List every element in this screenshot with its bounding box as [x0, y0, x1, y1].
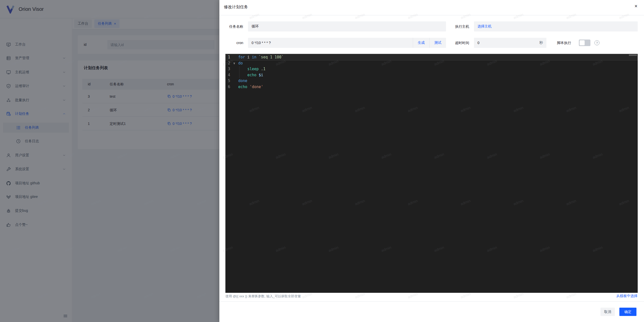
- line-number: 4: [225, 72, 230, 78]
- choose-template-link[interactable]: 从模板中选择: [616, 294, 637, 298]
- line-number: 3: [225, 66, 230, 72]
- modal-header-divider: [219, 15, 644, 15]
- cron-test-button[interactable]: 测试: [430, 41, 446, 45]
- script-code-editor[interactable]: 1for i in `seq 1 100`2∨do3 sleep .14 ech…: [225, 54, 638, 293]
- editor-hint-text: 使用 @{{ xxx }} 来替换参数, 输入_可以获取全部变量: [225, 294, 301, 299]
- script-exec-label: 脚本执行: [557, 38, 575, 48]
- edit-task-modal: 修改计划任务 × 任务名称 循环 执行主机 选择主机 cron 0 */10 *…: [219, 0, 644, 322]
- modal-close-icon[interactable]: ×: [634, 4, 637, 9]
- code-line-3: 3 sleep .1: [225, 66, 638, 72]
- code-line-4: 4 echo $i: [225, 72, 638, 78]
- select-host-link[interactable]: 选择主机: [477, 24, 492, 29]
- help-icon[interactable]: ?: [594, 40, 599, 45]
- cron-input-group: 0 */10 * * * ? 生成 测试: [248, 38, 446, 48]
- code-line-2: 2∨do: [225, 60, 638, 66]
- line-number: 1: [225, 54, 230, 60]
- code-line-1: 1for i in `seq 1 100`: [225, 54, 638, 60]
- task-name-label: 任务名称: [225, 21, 243, 31]
- screen: Orion Visor 工作台资产管理主机运维运维审计批量执行计划任务任务列表任…: [0, 0, 644, 322]
- timeout-input[interactable]: 0 秒: [474, 38, 546, 48]
- code-line-5: 5done: [225, 78, 638, 84]
- toggle-knob: [580, 40, 585, 45]
- task-name-input[interactable]: 循环: [248, 21, 446, 31]
- editor-overview-marker: [629, 54, 637, 56]
- script-exec-toggle[interactable]: [579, 40, 590, 46]
- ok-button[interactable]: 确定: [619, 308, 636, 316]
- line-number: 5: [225, 78, 230, 84]
- timeout-value: 0: [477, 41, 539, 45]
- cancel-button[interactable]: 取消: [600, 308, 615, 316]
- line-number: 2: [225, 60, 230, 66]
- cron-label: cron: [225, 38, 243, 48]
- cron-generate-button[interactable]: 生成: [413, 41, 429, 45]
- task-name-value: 循环: [252, 24, 259, 29]
- exec-host-field: 选择主机: [474, 21, 638, 31]
- timeout-unit: 秒: [539, 41, 543, 45]
- modal-title: 修改计划任务: [224, 5, 248, 10]
- exec-host-label: 执行主机: [451, 21, 469, 31]
- modal-footer: 取消 确定: [219, 301, 644, 322]
- fold-chevron-icon[interactable]: ∨: [232, 60, 236, 66]
- cron-input[interactable]: 0 */10 * * * ?: [248, 41, 413, 45]
- timeout-label: 超时时间: [451, 38, 469, 48]
- line-number: 6: [225, 84, 230, 90]
- code-line-6: 6echo 'done': [225, 84, 638, 90]
